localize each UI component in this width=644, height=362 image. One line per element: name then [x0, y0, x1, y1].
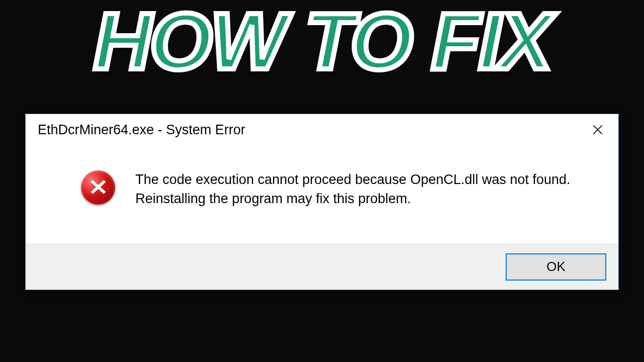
dialog-title: EthDcrMiner64.exe - System Error — [38, 122, 246, 138]
close-icon — [591, 123, 604, 136]
dialog-titlebar: EthDcrMiner64.exe - System Error — [26, 114, 618, 145]
thumbnail-title: HOW TO FIX — [94, 0, 550, 87]
dialog-content: ✕ The code execution cannot proceed beca… — [26, 145, 618, 244]
close-button[interactable] — [586, 118, 609, 141]
error-icon: ✕ — [81, 170, 115, 205]
dialog-button-bar: OK — [26, 244, 618, 290]
error-dialog: EthDcrMiner64.exe - System Error ✕ The c… — [25, 114, 619, 290]
ok-button[interactable]: OK — [506, 253, 606, 281]
error-message: The code execution cannot proceed becaus… — [135, 170, 578, 209]
